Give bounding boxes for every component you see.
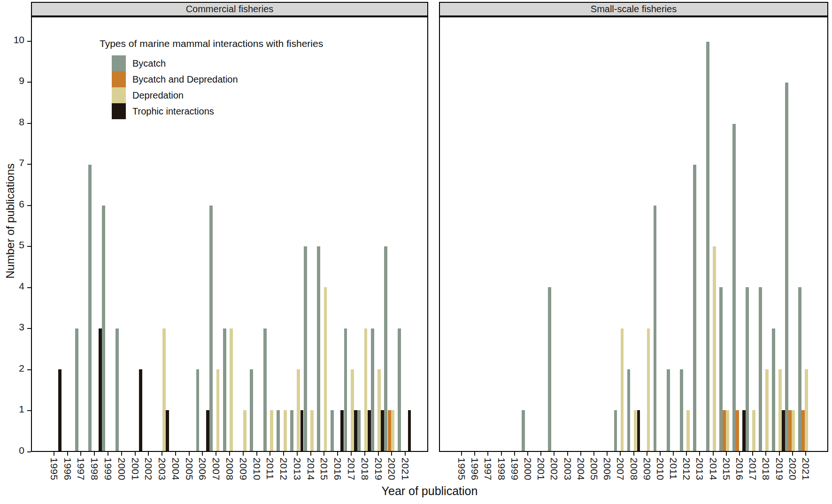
x-tick-label: 1996: [469, 458, 480, 481]
y-tick-mark: [27, 123, 31, 124]
x-tick-label: 2007: [615, 458, 626, 481]
bar: [270, 410, 273, 451]
x-tick-mark: [135, 452, 136, 456]
bar: [801, 410, 805, 451]
bar: [331, 410, 334, 451]
x-tick-label: 2011: [668, 458, 679, 480]
x-tick-label: 2019: [373, 458, 384, 481]
bar: [243, 410, 247, 451]
bar: [277, 410, 280, 451]
bar: [732, 124, 736, 451]
bar: [408, 410, 411, 451]
bar: [357, 410, 361, 451]
bar: [300, 410, 304, 451]
bar: [209, 206, 213, 451]
x-tick-mark: [501, 452, 502, 456]
x-tick-mark: [324, 452, 324, 456]
faceted-bar-chart: Commercial fisheries Small-scale fisheri…: [0, 0, 832, 504]
y-tick-label: 4: [19, 281, 24, 292]
bar: [371, 328, 374, 451]
x-tick-mark: [67, 452, 68, 456]
x-tick-mark: [54, 452, 54, 456]
x-tick-mark: [310, 452, 311, 456]
x-tick-label: 2000: [116, 458, 127, 481]
legend-row: Depredation: [112, 87, 362, 103]
x-tick-mark: [405, 452, 406, 456]
bar: [368, 410, 371, 451]
x-tick-mark: [713, 452, 714, 456]
x-tick-mark: [337, 452, 338, 456]
y-tick-mark: [27, 246, 31, 247]
y-axis-title: Number of publications: [4, 127, 18, 315]
legend-swatch: [112, 87, 126, 103]
x-tick-mark: [189, 452, 190, 456]
bar: [75, 328, 78, 451]
x-tick-label: 2000: [522, 458, 533, 481]
y-tick-mark: [27, 205, 31, 206]
bar: [340, 410, 344, 451]
bar: [782, 410, 785, 451]
x-tick-label: 2001: [535, 458, 547, 481]
legend-swatch: [112, 103, 126, 119]
legend-row: Bycatch and Depredation: [112, 71, 362, 87]
x-tick-label: 2018: [359, 458, 370, 481]
bar: [621, 328, 624, 451]
legend-rows: BycatchBycatch and DepredationDepredatio…: [112, 55, 362, 119]
x-tick-label: 2015: [721, 458, 732, 481]
x-tick-label: 2016: [734, 458, 745, 481]
x-tick-label: 2007: [210, 458, 222, 481]
bar: [351, 369, 354, 451]
bar: [317, 246, 320, 451]
legend-row: Bycatch: [112, 55, 362, 71]
x-tick-mark: [461, 452, 462, 456]
x-tick-label: 2010: [655, 458, 666, 481]
bar: [614, 410, 617, 451]
bar: [377, 369, 381, 451]
x-tick-label: 2021: [800, 458, 811, 481]
x-tick-mark: [739, 452, 740, 456]
y-tick-mark: [27, 82, 31, 83]
y-tick-label: 3: [19, 321, 24, 333]
legend-title: Types of marine mammal interactions with…: [100, 38, 362, 49]
x-tick-mark: [726, 452, 727, 456]
legend-row: Trophic interactions: [112, 103, 362, 119]
bar: [381, 410, 384, 451]
bar: [324, 287, 327, 451]
x-axis-title: Year of publication: [31, 484, 828, 498]
x-tick-mark: [80, 452, 81, 456]
x-tick-mark: [216, 452, 216, 456]
bar: [723, 410, 726, 451]
x-tick-label: 1997: [75, 458, 86, 481]
bar: [216, 369, 220, 451]
x-axis-small-scale: 1995199619971998199920002001200220032004…: [439, 452, 828, 481]
x-tick-mark: [351, 452, 352, 456]
x-tick-label: 2017: [346, 458, 357, 481]
x-tick-label: 2008: [224, 458, 235, 481]
x-tick-mark: [391, 452, 392, 456]
bar: [284, 410, 287, 451]
x-tick-mark: [580, 452, 581, 456]
bar: [304, 246, 307, 451]
bar: [364, 328, 368, 451]
x-tick-mark: [297, 452, 298, 456]
x-tick-label: 2014: [708, 458, 719, 481]
legend-label: Depredation: [132, 90, 184, 101]
bar: [297, 369, 300, 451]
bar: [391, 410, 394, 451]
x-tick-mark: [593, 452, 594, 456]
bar: [792, 410, 795, 451]
x-tick-label: 2004: [575, 458, 586, 481]
x-tick-mark: [283, 452, 284, 456]
x-tick-label: 2009: [238, 458, 249, 481]
bar: [196, 369, 200, 451]
x-tick-mark: [256, 452, 257, 456]
x-tick-mark: [121, 452, 122, 456]
x-tick-label: 2021: [400, 458, 411, 481]
bar: [162, 328, 166, 451]
plot-panel-small-scale: [439, 16, 828, 452]
bar: [223, 328, 226, 451]
x-tick-label: 2012: [681, 458, 692, 481]
x-tick-mark: [607, 452, 608, 456]
x-tick-mark: [474, 452, 475, 456]
bar: [388, 410, 391, 451]
